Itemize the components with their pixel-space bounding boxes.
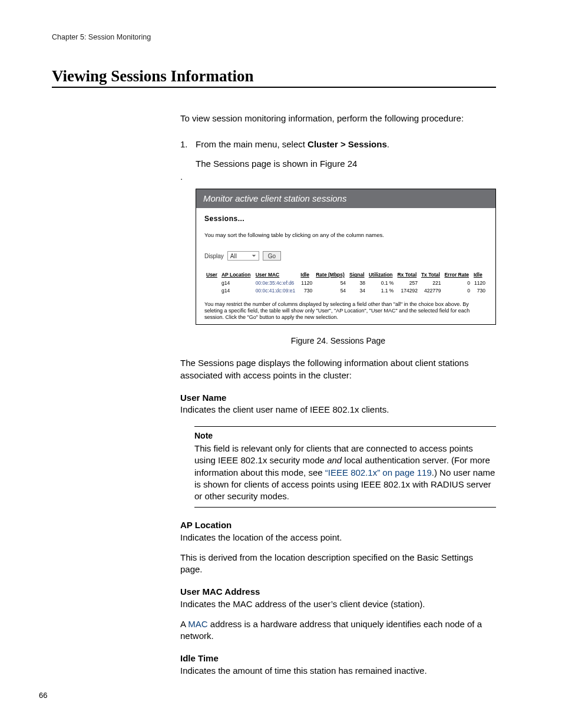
sessions-heading: Sessions... <box>204 214 487 223</box>
step-number: 1. <box>180 139 196 150</box>
after-caption-paragraph: The Sessions page displays the following… <box>180 357 496 381</box>
cross-reference-link[interactable]: “IEEE 802.1x” on page 119 <box>325 467 432 477</box>
sort-hint: You may sort the following table by clic… <box>204 232 487 239</box>
col-ap-location[interactable]: AP Location <box>220 271 254 279</box>
col-signal[interactable]: Signal <box>348 271 367 279</box>
col-rate[interactable]: Rate (Mbps) <box>314 271 348 279</box>
col-utilization[interactable]: Utilization <box>367 271 396 279</box>
cell-util: 1.1 % <box>367 287 396 295</box>
field-user-name-desc: Indicates the client user name of IEEE 8… <box>180 404 496 416</box>
col-user[interactable]: User <box>204 271 220 279</box>
cell-signal: 38 <box>348 279 367 287</box>
cell-idle2: 1120 <box>472 279 487 287</box>
cell-ap: g14 <box>220 287 254 295</box>
cell-rx: 257 <box>395 279 419 287</box>
chevron-down-icon <box>252 252 256 261</box>
mac-desc-a: A <box>180 619 188 629</box>
section-title: Viewing Sessions Information <box>52 67 496 88</box>
cell-tx: 221 <box>419 279 443 287</box>
display-select-value: All <box>230 252 237 261</box>
table-row: g14 00:0c:41:dc:09:e1 730 54 34 1.1 % 17… <box>204 287 487 295</box>
display-filter-row: Display All Go <box>204 251 487 261</box>
field-user-name-term: User Name <box>180 392 496 404</box>
note-label: Note <box>194 430 496 442</box>
step-1: 1. From the main menu, select Cluster > … <box>180 139 496 150</box>
step-text-bold: Cluster > Sessions <box>308 139 387 149</box>
field-ap-location-desc2: This is derived from the location descri… <box>180 552 496 576</box>
page-number: 66 <box>39 691 47 700</box>
cell-mac[interactable]: 00:0e:35:4c:ef:d6 <box>254 279 299 287</box>
field-user-mac-term: User MAC Address <box>180 586 496 598</box>
cell-idle2: 730 <box>472 287 487 295</box>
field-idle-time-term: Idle Time <box>180 653 496 664</box>
cell-user <box>204 279 220 287</box>
cell-user <box>204 287 220 295</box>
field-idle-time-desc: Indicates the amount of time this statio… <box>180 665 496 677</box>
chapter-header: Chapter 5: Session Monitoring <box>52 33 496 41</box>
cell-ap: g14 <box>220 279 254 287</box>
col-idle[interactable]: Idle <box>299 271 314 279</box>
cell-idle: 730 <box>299 287 314 295</box>
col-error-rate[interactable]: Error Rate <box>442 271 472 279</box>
field-ap-location-term: AP Location <box>180 519 496 531</box>
note-box: Note This field is relevant only for cli… <box>194 426 496 508</box>
mac-desc-b: address is a hardware address that uniqu… <box>180 619 482 641</box>
cell-rate: 54 <box>314 279 348 287</box>
cell-rx: 174292 <box>395 287 419 295</box>
screenshot-title: Monitor active client station sessions <box>196 189 495 208</box>
sessions-table: User AP Location User MAC Idle Rate (Mbp… <box>204 271 487 295</box>
table-header-row: User AP Location User MAC Idle Rate (Mbp… <box>204 271 487 279</box>
glossary-link-mac[interactable]: MAC <box>188 619 207 629</box>
cell-rate: 54 <box>314 287 348 295</box>
cell-idle: 1120 <box>299 279 314 287</box>
cell-tx: 422779 <box>419 287 443 295</box>
field-ap-location-desc: Indicates the location of the access poi… <box>180 532 496 543</box>
cell-signal: 34 <box>348 287 367 295</box>
display-select[interactable]: All <box>227 251 259 261</box>
step-result: The Sessions page is shown in Figure 24 <box>196 158 496 170</box>
cell-util: 0.1 % <box>367 279 396 287</box>
table-row: g14 00:0e:35:4c:ef:d6 1120 54 38 0.1 % 2… <box>204 279 487 287</box>
sessions-screenshot: Monitor active client station sessions S… <box>196 189 496 325</box>
col-user-mac[interactable]: User MAC <box>254 271 299 279</box>
intro-paragraph: To view session monitoring information, … <box>180 113 496 124</box>
step-text-post: . <box>387 139 389 149</box>
cell-err: 0 <box>442 279 472 287</box>
screenshot-footnote: You may restrict the number of columns d… <box>196 301 495 321</box>
display-label: Display <box>204 252 224 261</box>
note-text-italic: and <box>327 455 342 465</box>
col-rx-total[interactable]: Rx Total <box>395 271 419 279</box>
footnote-dot: . <box>180 171 496 183</box>
col-tx-total[interactable]: Tx Total <box>419 271 443 279</box>
cell-mac[interactable]: 00:0c:41:dc:09:e1 <box>254 287 299 295</box>
figure-caption: Figure 24. Sessions Page <box>180 335 496 347</box>
go-button[interactable]: Go <box>263 251 281 261</box>
col-idle-2[interactable]: Idle <box>472 271 487 279</box>
step-text-pre: From the main menu, select <box>196 139 308 149</box>
cell-err: 0 <box>442 287 472 295</box>
field-user-mac-desc: Indicates the MAC address of the user’s … <box>180 598 496 610</box>
